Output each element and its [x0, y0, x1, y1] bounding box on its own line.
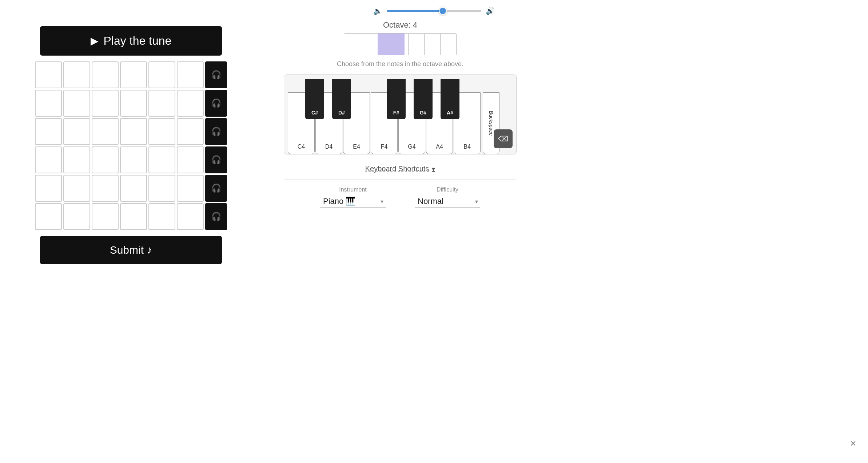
difficulty-group: Difficulty Easy Normal Hard	[415, 186, 480, 208]
piano-keyboard: C4 D4 E4 F4 G4 A4 B4 Backspace C# D# F# …	[284, 75, 517, 154]
grid-cell[interactable]	[148, 61, 175, 88]
mini-keyboard	[344, 33, 457, 55]
mini-key	[376, 34, 392, 55]
grid-cell[interactable]	[35, 146, 62, 173]
keyboard-shortcuts-label: Keyboard Shortcuts	[365, 165, 429, 173]
grid-cell[interactable]	[148, 203, 175, 230]
grid-cell[interactable]	[120, 118, 147, 145]
divider	[284, 180, 517, 180]
mini-key	[360, 34, 376, 55]
grid-cell[interactable]	[63, 175, 90, 202]
grid-cell[interactable]	[63, 146, 90, 173]
listen-row-1-button[interactable]: 🎧	[205, 61, 227, 88]
main-layout: ▶ Play the tune 🎧	[0, 19, 868, 264]
grid-row: 🎧	[35, 118, 227, 145]
difficulty-select-wrapper: Easy Normal Hard	[415, 195, 480, 208]
left-panel: ▶ Play the tune 🎧	[15, 19, 247, 264]
grid-cell[interactable]	[177, 61, 204, 88]
difficulty-label: Difficulty	[415, 186, 480, 193]
difficulty-select[interactable]: Easy Normal Hard	[415, 195, 480, 208]
key-As4[interactable]: A#	[441, 79, 459, 119]
grid-cell[interactable]	[35, 203, 62, 230]
settings-row: Instrument Piano 🎹 Guitar Violin Flute D…	[284, 186, 517, 208]
grid-row: 🎧	[35, 203, 227, 230]
grid-cell[interactable]	[63, 118, 90, 145]
octave-label: Octave: 4	[383, 20, 417, 30]
grid-cell[interactable]	[120, 203, 147, 230]
choose-octave-text: Choose from the notes in the octave abov…	[337, 60, 463, 68]
grid-cell[interactable]	[177, 146, 204, 173]
mini-key	[392, 34, 408, 55]
grid-cell[interactable]	[63, 61, 90, 88]
grid-cell[interactable]	[177, 118, 204, 145]
keyboard-shortcuts-toggle[interactable]: Keyboard Shortcuts ▾	[284, 165, 517, 173]
mini-key	[425, 34, 441, 55]
volume-min-icon: 🔈	[373, 7, 382, 15]
grid-row: 🎧	[35, 146, 227, 173]
grid-cell[interactable]	[120, 61, 147, 88]
listen-row-4-button[interactable]: 🎧	[205, 146, 227, 173]
grid-cell[interactable]	[120, 146, 147, 173]
key-Gs4[interactable]: G#	[414, 79, 433, 119]
right-panel: Octave: 4 Choose from the notes in the o…	[276, 19, 524, 208]
volume-max-icon: 🔊	[486, 7, 495, 15]
grid-row: 🎧	[35, 90, 227, 117]
grid-cell[interactable]	[92, 118, 119, 145]
play-icon: ▶	[91, 35, 99, 47]
grid-cell[interactable]	[92, 146, 119, 173]
grid-cell[interactable]	[120, 175, 147, 202]
listen-row-3-button[interactable]: 🎧	[205, 118, 227, 145]
grid-cell[interactable]	[92, 61, 119, 88]
grid-cell[interactable]	[148, 90, 175, 117]
delete-icon: ⌫	[498, 134, 508, 143]
mini-key	[409, 34, 425, 55]
instrument-group: Instrument Piano 🎹 Guitar Violin Flute	[320, 186, 386, 208]
grid-cell[interactable]	[177, 175, 204, 202]
grid-cell[interactable]	[92, 203, 119, 230]
grid-cell[interactable]	[63, 90, 90, 117]
grid-cell[interactable]	[35, 118, 62, 145]
volume-bar: 🔈 🔊	[0, 0, 868, 19]
grid-cell[interactable]	[63, 203, 90, 230]
listen-row-5-button[interactable]: 🎧	[205, 175, 227, 202]
key-Fs4[interactable]: F#	[387, 79, 406, 119]
grid-cell[interactable]	[148, 146, 175, 173]
mini-key	[344, 34, 360, 55]
mini-keyboard-visual	[344, 33, 457, 55]
submit-button[interactable]: Submit ♪	[40, 236, 222, 264]
grid-cell[interactable]	[35, 61, 62, 88]
instrument-label: Instrument	[320, 186, 386, 193]
grid-row: 🎧	[35, 175, 227, 202]
backspace-label: Backspace	[488, 111, 494, 136]
chevron-down-icon: ▾	[432, 165, 435, 173]
grid-cell[interactable]	[148, 175, 175, 202]
play-tune-label: Play the tune	[104, 34, 172, 48]
grid-cell[interactable]	[148, 118, 175, 145]
play-tune-button[interactable]: ▶ Play the tune	[40, 26, 222, 56]
grid-row: 🎧	[35, 61, 227, 88]
grid-cell[interactable]	[92, 175, 119, 202]
grid-cell[interactable]	[177, 90, 204, 117]
grid-cell[interactable]	[92, 90, 119, 117]
instrument-select-wrapper: Piano 🎹 Guitar Violin Flute	[320, 195, 386, 208]
listen-row-6-button[interactable]: 🎧	[205, 203, 227, 230]
listen-row-2-button[interactable]: 🎧	[205, 90, 227, 117]
grid-cell[interactable]	[35, 90, 62, 117]
key-Ds4[interactable]: D#	[332, 79, 351, 119]
close-button[interactable]: ✕	[850, 439, 856, 448]
mini-key	[441, 34, 456, 55]
note-grid: 🎧 🎧 🎧	[35, 61, 227, 230]
grid-cell[interactable]	[120, 90, 147, 117]
instrument-select[interactable]: Piano 🎹 Guitar Violin Flute	[320, 195, 386, 208]
grid-cell[interactable]	[35, 175, 62, 202]
key-Cs4[interactable]: C#	[305, 79, 324, 119]
volume-slider[interactable]	[387, 10, 481, 12]
delete-key[interactable]: ⌫	[494, 129, 513, 148]
grid-cell[interactable]	[177, 203, 204, 230]
